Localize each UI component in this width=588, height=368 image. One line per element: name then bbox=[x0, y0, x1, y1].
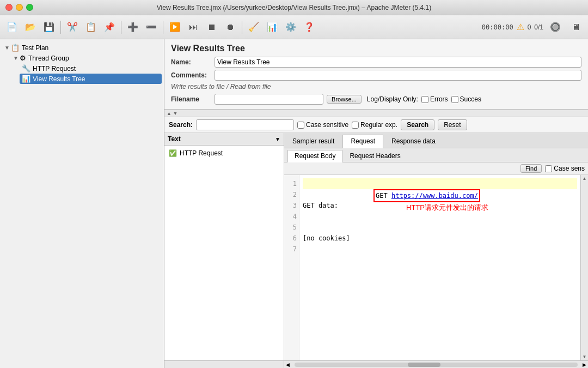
scroll-up-arrow[interactable]: ▲ bbox=[581, 175, 588, 182]
tab-request[interactable]: Request bbox=[342, 135, 383, 148]
filename-label: Filename bbox=[171, 95, 215, 103]
case-sensitive-checkbox[interactable] bbox=[297, 122, 304, 129]
monitor-button[interactable]: 📊 bbox=[264, 19, 281, 36]
find-case-sensitive-checkbox[interactable] bbox=[545, 165, 552, 172]
cut-button[interactable]: ✂️ bbox=[64, 19, 81, 36]
run-once-button[interactable]: ⏭ bbox=[185, 19, 202, 36]
find-case-sensitive-label: Case sens bbox=[554, 165, 585, 172]
sidebar-item-test-plan[interactable]: ▼ 📋 Test Plan bbox=[2, 43, 162, 53]
errors-checkbox[interactable] bbox=[421, 96, 428, 103]
success-checkbox-item: Succes bbox=[451, 95, 481, 103]
search-button[interactable]: Search bbox=[401, 119, 434, 130]
save-button[interactable]: 💾 bbox=[40, 19, 58, 36]
run-button[interactable]: ▶️ bbox=[166, 19, 183, 36]
paste-button[interactable]: 📌 bbox=[101, 19, 118, 36]
list-dropdown-arrow[interactable]: ▼ bbox=[275, 136, 280, 142]
bottom-scrollbar[interactable]: ◀ ▶ bbox=[284, 360, 588, 368]
thread-group-label: Thread Group bbox=[28, 55, 69, 62]
search-input[interactable] bbox=[196, 119, 294, 130]
code-and-scroll: 1 2 3 4 5 6 7 GET http bbox=[284, 175, 588, 360]
main-layout: ▼ 📋 Test Plan ▼ ⚙ Thread Group 🔧 HTTP Re… bbox=[0, 39, 588, 368]
list-header: Text ▼ bbox=[164, 133, 284, 146]
comments-input[interactable] bbox=[215, 70, 581, 81]
success-icon: ✅ bbox=[169, 149, 177, 157]
toolbar-separator-2 bbox=[121, 21, 121, 34]
toolbar-separator-1 bbox=[60, 21, 61, 34]
minimize-button[interactable] bbox=[16, 4, 23, 11]
success-checkbox[interactable] bbox=[451, 96, 458, 103]
panel-header: View Results Tree Name: Comments: Write … bbox=[164, 39, 588, 110]
maximize-button[interactable] bbox=[26, 4, 33, 11]
scroll-left-arrow[interactable]: ◀ bbox=[284, 362, 291, 367]
scroll-right-arrow[interactable]: ▶ bbox=[581, 362, 588, 367]
stop-all-button[interactable]: ⏺ bbox=[222, 19, 239, 36]
filename-row: Filename Browse... Log/Display Only: Err… bbox=[171, 94, 581, 105]
case-sensitive-checkbox-item: Case sensitive bbox=[297, 121, 348, 129]
list-item[interactable]: ✅ HTTP Request bbox=[164, 148, 284, 159]
bottom-scroll-thumb bbox=[408, 363, 440, 367]
regex-checkbox-item: Regular exp. bbox=[352, 121, 397, 129]
timer: 00:00:00 bbox=[482, 23, 513, 31]
tab-response-data[interactable]: Response data bbox=[383, 135, 444, 148]
remote-button[interactable]: 🖥 bbox=[567, 19, 585, 36]
code-area: 1 2 3 4 5 6 7 GET http bbox=[284, 175, 580, 360]
comments-label: Comments: bbox=[171, 71, 215, 79]
reset-button[interactable]: Reset bbox=[438, 119, 467, 130]
detail-panel: Sampler result Request Response data Req… bbox=[284, 133, 588, 368]
bottom-scroll-track bbox=[295, 363, 578, 367]
add-button[interactable]: ➕ bbox=[124, 19, 142, 36]
clear-button[interactable]: 🧹 bbox=[245, 19, 262, 36]
search-row: Search: Case sensitive Regular exp. Sear… bbox=[164, 117, 588, 133]
scroll-down-arrow[interactable]: ▼ bbox=[581, 353, 588, 360]
write-results-label: Write results to file / Read from file bbox=[171, 83, 581, 91]
regex-checkbox[interactable] bbox=[352, 122, 359, 129]
sidebar-item-http-request[interactable]: 🔧 HTTP Request bbox=[20, 63, 162, 74]
list-panel: Text ▼ ✅ HTTP Request bbox=[164, 133, 284, 368]
errors-label: Errors bbox=[430, 95, 448, 103]
view-results-tree-label: View Results Tree bbox=[33, 75, 85, 83]
options-button[interactable]: 🔘 bbox=[547, 19, 564, 36]
main-tabs: Sampler result Request Response data bbox=[284, 133, 588, 148]
tab-sampler-result[interactable]: Sampler result bbox=[284, 135, 342, 148]
thread-group-icon: ⚙ bbox=[20, 54, 26, 62]
test-plan-label: Test Plan bbox=[22, 44, 48, 52]
left-panel: ▼ 📋 Test Plan ▼ ⚙ Thread Group 🔧 HTTP Re… bbox=[0, 39, 164, 368]
sidebar-item-view-results-tree[interactable]: 📊 View Results Tree bbox=[20, 74, 162, 84]
browse-button[interactable]: Browse... bbox=[327, 95, 362, 104]
code-body: GET https://www.baidu.com/ HTTP请求元件发出的请求… bbox=[299, 175, 580, 360]
title-bar: View Results Tree.jmx (/Users/yurkee/Des… bbox=[0, 0, 588, 15]
filename-input[interactable] bbox=[215, 94, 323, 105]
sub-tabs: Request Body Request Headers bbox=[284, 148, 588, 162]
success-label: Succes bbox=[460, 95, 481, 103]
name-input[interactable] bbox=[215, 57, 581, 68]
help-button[interactable]: ❓ bbox=[301, 19, 318, 36]
remove-button[interactable]: ➖ bbox=[143, 19, 160, 36]
case-sensitive-label: Case sensitive bbox=[306, 121, 348, 129]
sidebar-item-thread-group[interactable]: ▼ ⚙ Thread Group bbox=[11, 53, 162, 63]
stop-button[interactable]: ⏹ bbox=[203, 19, 220, 36]
errors-checkbox-item: Errors bbox=[421, 95, 448, 103]
comments-row: Comments: bbox=[171, 70, 581, 81]
panel-title: View Results Tree bbox=[171, 44, 581, 53]
sub-tab-request-headers[interactable]: Request Headers bbox=[342, 150, 407, 162]
warning-count: 0 bbox=[528, 23, 531, 31]
test-plan-icon: 📋 bbox=[11, 44, 20, 52]
new-button[interactable]: 📄 bbox=[3, 19, 21, 36]
list-items: ✅ HTTP Request bbox=[164, 146, 284, 360]
open-button[interactable]: 📂 bbox=[22, 19, 39, 36]
vertical-scrollbar[interactable]: ▲ ▼ bbox=[580, 175, 588, 360]
settings-button[interactable]: ⚙️ bbox=[282, 19, 299, 36]
toolbar-separator-3 bbox=[163, 21, 163, 34]
log-display-section: Log/Display Only: Errors Succes bbox=[367, 95, 481, 103]
expand-icon-test-plan: ▼ bbox=[4, 45, 10, 51]
sub-tab-request-body[interactable]: Request Body bbox=[287, 150, 342, 162]
scroll-up-icon[interactable]: ▲ ▼ bbox=[167, 111, 177, 116]
list-bottom-scroll bbox=[164, 360, 284, 368]
close-button[interactable] bbox=[5, 4, 13, 11]
regex-label: Regular exp. bbox=[360, 121, 397, 129]
http-request-icon: 🔧 bbox=[22, 64, 30, 73]
toolbar: 📄 📂 💾 ✂️ 📋 📌 ➕ ➖ ▶️ ⏭ ⏹ ⏺ 🧹 📊 ⚙️ ❓ 00:00… bbox=[0, 15, 588, 39]
find-button[interactable]: Find bbox=[520, 164, 542, 173]
view-results-tree-icon: 📊 bbox=[22, 75, 30, 83]
copy-button[interactable]: 📋 bbox=[82, 19, 100, 36]
